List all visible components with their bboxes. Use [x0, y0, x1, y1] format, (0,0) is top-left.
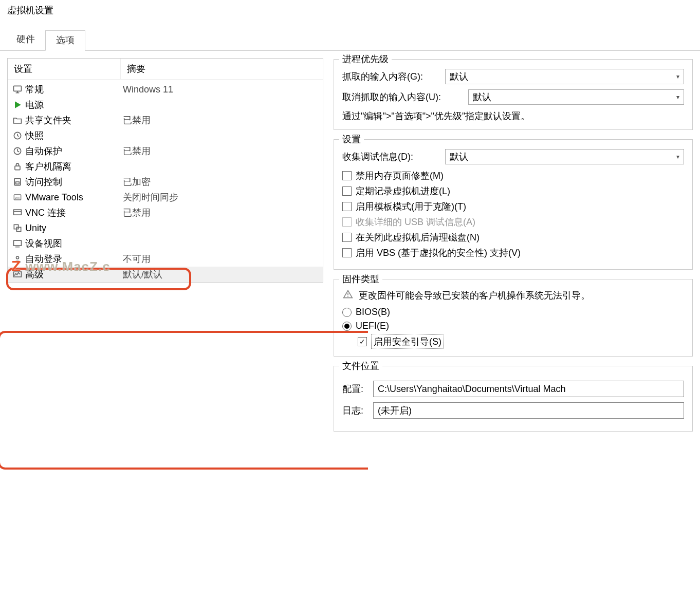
row-summary: 已禁用 — [121, 207, 323, 219]
svg-text:vm: vm — [15, 196, 20, 199]
row-label: VNC 连接 — [24, 207, 121, 219]
right-panel: 进程优先级 抓取的输入内容(G): 默认 ▾ 取消抓取的输入内容(U): 默认 … — [334, 58, 693, 432]
firmware-warning: 更改固件可能会导致已安装的客户机操作系统无法引导。 — [359, 289, 590, 303]
row-unity[interactable]: Unity — [8, 220, 323, 236]
device-view-icon — [8, 238, 24, 249]
window-title: 虚拟机设置 — [0, 0, 700, 21]
radio-uefi[interactable] — [342, 322, 352, 331]
checkbox-cleanup-disk[interactable] — [342, 233, 352, 242]
row-shared-folders[interactable]: 共享文件夹 已禁用 — [8, 113, 323, 128]
snapshot-icon — [8, 130, 24, 141]
svg-rect-15 — [14, 240, 22, 246]
tab-options[interactable]: 选项 — [45, 30, 85, 51]
column-setting[interactable]: 设置 — [8, 59, 121, 80]
label-config-path: 配置: — [342, 383, 368, 395]
row-label: 快照 — [24, 129, 121, 142]
svg-point-21 — [347, 296, 348, 297]
play-icon — [8, 100, 24, 110]
row-summary: 默认/默认 — [121, 268, 323, 281]
radio-label: UEFI(E) — [356, 321, 389, 331]
group-file-location: 文件位置 配置: C:\Users\Yanghaitao\Documents\V… — [334, 366, 693, 432]
svg-point-17 — [16, 256, 19, 259]
row-snapshot[interactable]: 快照 — [8, 128, 323, 143]
group-title: 进程优先级 — [339, 53, 392, 65]
row-label: 设备视图 — [24, 237, 121, 250]
row-label: 常规 — [24, 83, 121, 96]
row-label: 高级 — [24, 268, 121, 281]
row-label: 共享文件夹 — [24, 114, 121, 126]
select-debug-info[interactable]: 默认 ▾ — [445, 149, 684, 164]
group-title: 设置 — [339, 133, 364, 145]
monitor-icon — [8, 84, 24, 95]
row-label: VMware Tools — [24, 192, 121, 203]
group-settings: 设置 收集调试信息(D): 默认 ▾ 禁用内存页面修整(M) 定期记录虚拟机进度… — [334, 139, 693, 270]
checkbox-log-progress[interactable] — [342, 186, 352, 196]
row-access-control[interactable]: 访问控制 已加密 — [8, 174, 323, 190]
vmtools-icon: vm — [8, 192, 24, 202]
checkbox-label: 在关闭此虚拟机后清理磁盘(N) — [356, 231, 480, 244]
autologin-icon — [8, 254, 24, 264]
svg-rect-11 — [14, 210, 22, 215]
chevron-down-icon: ▾ — [676, 73, 679, 80]
checkbox-label: 启用 VBS (基于虚拟化的安全性) 支持(V) — [356, 247, 521, 259]
checkbox-label: 禁用内存页面修整(M) — [356, 170, 444, 182]
row-label: 自动登录 — [24, 253, 121, 265]
settings-list: 设置 摘要 常规 Windows 11 电源 共享文件夹 已禁用 — [7, 58, 323, 283]
select-value: 默认 — [450, 151, 468, 163]
row-device-view[interactable]: 设备视图 — [8, 236, 323, 251]
row-label: 客户机隔离 — [24, 160, 121, 173]
svg-rect-6 — [15, 166, 20, 170]
row-vmware-tools[interactable]: vm VMware Tools 关闭时间同步 — [8, 190, 323, 205]
radio-label: BIOS(B) — [356, 307, 390, 317]
checkbox-secure-boot[interactable] — [358, 337, 367, 346]
row-advanced[interactable]: 高级 默认/默认 — [8, 267, 323, 282]
input-config-path[interactable]: C:\Users\Yanghaitao\Documents\Virtual Ma… — [373, 381, 684, 397]
settings-list-header: 设置 摘要 — [8, 59, 323, 80]
svg-rect-0 — [14, 86, 22, 91]
folder-share-icon — [8, 115, 24, 125]
checkbox-usb-debug — [342, 217, 352, 227]
svg-rect-8 — [16, 182, 20, 184]
label-log-path: 日志: — [342, 404, 368, 417]
row-summary: 不可用 — [121, 253, 323, 265]
select-grabbed-priority[interactable]: 默认 ▾ — [445, 69, 684, 84]
group-process-priority: 进程优先级 抓取的输入内容(G): 默认 ▾ 取消抓取的输入内容(U): 默认 … — [334, 59, 693, 130]
row-summary: 已加密 — [121, 176, 323, 188]
checkbox-disable-mem-trim[interactable] — [342, 171, 352, 180]
checkbox-label: 收集详细的 USB 调试信息(A) — [356, 216, 475, 228]
radio-bios[interactable] — [342, 308, 352, 317]
tab-bar: 硬件 选项 — [0, 30, 700, 51]
row-guest-isolation[interactable]: 客户机隔离 — [8, 159, 323, 174]
row-label: 访问控制 — [24, 176, 121, 188]
row-power[interactable]: 电源 — [8, 97, 323, 113]
select-value: 默认 — [473, 91, 491, 103]
unity-icon — [8, 223, 24, 233]
row-label: Unity — [24, 223, 121, 234]
checkbox-template-mode[interactable] — [342, 202, 352, 211]
shield-icon — [8, 177, 24, 187]
row-summary: 已禁用 — [121, 145, 323, 157]
row-summary: 已禁用 — [121, 114, 323, 126]
vnc-icon — [8, 208, 24, 218]
tab-hardware[interactable]: 硬件 — [6, 30, 45, 50]
row-vnc[interactable]: VNC 连接 已禁用 — [8, 205, 323, 220]
select-value: 默认 — [450, 70, 468, 83]
clock-icon — [8, 146, 24, 156]
group-title: 固件类型 — [339, 273, 382, 285]
column-summary[interactable]: 摘要 — [121, 59, 323, 80]
warning-icon — [342, 289, 354, 300]
row-auto-protect[interactable]: 自动保护 已禁用 — [8, 143, 323, 159]
row-label: 电源 — [24, 99, 121, 111]
settings-list-body: 常规 Windows 11 电源 共享文件夹 已禁用 快照 — [8, 80, 323, 282]
label-grabbed-input: 抓取的输入内容(G): — [342, 70, 440, 83]
select-ungrabbed-priority[interactable]: 默认 ▾ — [468, 89, 684, 105]
row-auto-login[interactable]: 自动登录 不可用 — [8, 251, 323, 267]
input-log-path[interactable]: (未开启) — [373, 402, 684, 419]
checkbox-enable-vbs[interactable] — [342, 248, 352, 257]
svg-marker-3 — [15, 101, 21, 108]
checkbox-label: 启用安全引导(S) — [371, 334, 444, 349]
checkbox-label: 定期记录虚拟机进度(L) — [356, 185, 450, 197]
chevron-down-icon: ▾ — [676, 94, 679, 101]
row-general[interactable]: 常规 Windows 11 — [8, 82, 323, 97]
advanced-icon — [8, 269, 24, 279]
